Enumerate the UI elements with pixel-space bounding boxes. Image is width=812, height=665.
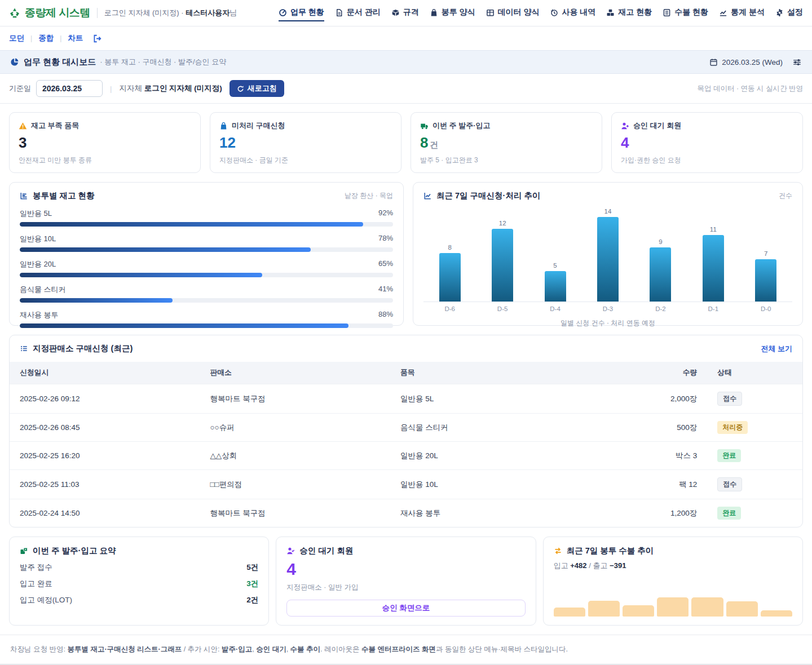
- nav-documents[interactable]: 문서 관리: [335, 5, 381, 21]
- login-info: 로그인 지자체 (미지정) · 테스터사용자님: [104, 8, 237, 18]
- bottom-row: 이번 주 발주·입고 요약 발주 접수5건 입고 완료3건 입고 예정(LOT)…: [0, 537, 812, 635]
- view-link-chart[interactable]: 차트: [68, 33, 83, 43]
- nav-bag-forms[interactable]: 봉투 양식: [430, 5, 475, 21]
- cell-store: 행복마트 북구점: [200, 384, 390, 414]
- flow-sparkline: [554, 597, 792, 617]
- box-icon: [391, 8, 400, 17]
- flow-bar: [554, 608, 585, 617]
- nav-settings[interactable]: 설정: [775, 5, 803, 21]
- kpi-value: 12: [219, 135, 392, 150]
- stock-row: 일반용 20L65%: [20, 259, 393, 277]
- card-title: 이번 주 발주·입고 요약: [33, 546, 116, 556]
- table-row[interactable]: 2025-02-25 16:20 △△상회 일반용 20L 박스 3 완료: [10, 442, 802, 470]
- kpi-unit: 건: [430, 140, 438, 149]
- trend-chart-panel: 최근 7일 구매신청·처리 추이 건수 8 12 5 14 9 11 7 D-6…: [413, 182, 803, 326]
- pie-chart-icon: [10, 57, 19, 66]
- kpi-row: 재고 부족 품목 3 안전재고 미만 봉투 종류 미처리 구매신청 12 지정판…: [0, 104, 812, 182]
- stock-bar: [20, 222, 363, 227]
- chart-line-icon: [719, 8, 727, 17]
- view-link-modern[interactable]: 모던: [9, 33, 24, 43]
- go-approval-button[interactable]: 승인 화면으로: [286, 600, 525, 617]
- header-date: 2026.03.25 (Wed): [722, 58, 783, 66]
- trend-chart: 8 12 5 14 9 11 7: [423, 205, 792, 302]
- cell-item: 일반용 10L: [390, 470, 597, 499]
- cell-date: 2025-02-26 09:12: [10, 384, 200, 414]
- kpi-label: 승인 대기 회원: [633, 121, 681, 131]
- app-title: 종량제 시스템: [25, 6, 90, 20]
- refresh-button[interactable]: 새로고침: [230, 80, 284, 97]
- nav-specs[interactable]: 규격: [391, 5, 419, 21]
- summary-row: 입고 완료3건: [20, 579, 258, 589]
- stock-chart-caption: 낱장 환산 · 목업: [345, 191, 393, 201]
- approval-caption: 지정판매소 · 일반 가입: [286, 583, 525, 592]
- dashboard-titlebar: 업무 현황 대시보드 · 봉투 재고 · 구매신청 · 발주/승인 요약 202…: [0, 50, 812, 74]
- main-nav: 업무 현황 문서 관리 규격 봉투 양식 데이터 양식 사용 내역 재고 현황: [279, 5, 803, 21]
- cell-date: 2025-02-26 08:45: [10, 414, 200, 442]
- table-row[interactable]: 2025-02-26 08:45 ○○슈퍼 음식물 스티커 500장 처리중: [10, 414, 802, 442]
- stock-chart-panel: 봉투별 재고 현황 낱장 환산 · 목업 일반용 5L92% 일반용 10L78…: [9, 182, 404, 326]
- warning-icon: [19, 122, 27, 130]
- flow-bar: [623, 605, 654, 617]
- cell-item: 재사용 봉투: [390, 499, 597, 527]
- footnote: 차장님 요청 반영: 봉투별 재고·구매신청 리스트·그래프 / 추가 시안: …: [0, 635, 812, 664]
- flow-card: 최근 7일 봉투 수불 추이 입고 +482 / 출고 −391: [543, 537, 803, 626]
- user-plus-icon: [621, 122, 629, 130]
- trend-chart-caption: 일별 신청 건수 · 처리 연동 예정: [423, 318, 792, 328]
- stock-bar: [20, 323, 348, 328]
- kpi-caption: 지정판매소 · 금일 기준: [219, 156, 392, 165]
- cell-qty: 2,000장: [596, 384, 707, 414]
- top-header: 종량제 시스템 로그인 지자체 (미지정) · 테스터사용자님 업무 현황 문서…: [0, 0, 812, 26]
- cell-qty: 1,200장: [596, 499, 707, 527]
- order-summary-card: 이번 주 발주·입고 요약 발주 접수5건 입고 완료3건 입고 예정(LOT)…: [9, 537, 269, 626]
- view-all-link[interactable]: 전체 보기: [761, 344, 792, 354]
- flow-bar: [657, 597, 689, 617]
- table-row[interactable]: 2025-02-24 14:50 행복마트 북구점 재사용 봉투 1,200장 …: [10, 499, 802, 527]
- arrows-exchange-icon: [554, 547, 562, 555]
- hbar-chart-icon: [20, 192, 28, 200]
- flow-bar: [691, 597, 723, 617]
- kpi-caption: 발주 5 · 입고완료 3: [420, 156, 593, 165]
- trend-chart-unit: 건수: [779, 191, 792, 201]
- cell-date: 2025-02-25 11:03: [10, 470, 200, 499]
- view-link-combined[interactable]: 종합: [38, 33, 54, 43]
- trend-bar: [650, 247, 671, 302]
- trend-chart-title: 최근 7일 구매신청·처리 추이: [436, 190, 540, 201]
- trend-column: 8: [423, 244, 476, 302]
- kpi-low-stock: 재고 부족 품목 3 안전재고 미만 봉투 종류: [9, 112, 201, 173]
- stock-bar: [20, 247, 311, 252]
- trend-chart-icon: [423, 192, 432, 200]
- trend-column: 5: [529, 262, 581, 302]
- stock-bar: [20, 298, 173, 303]
- stock-row: 일반용 10L78%: [20, 234, 393, 252]
- packages-icon: [20, 547, 28, 555]
- titlebar-right: 2026.03.25 (Wed): [709, 57, 802, 67]
- trend-bar: [755, 259, 776, 302]
- table-title: 지정판매소 구매신청 (최근): [33, 343, 133, 354]
- table-row[interactable]: 2025-02-25 11:03 □□편의점 일반용 10L 팩 12 접수: [10, 470, 802, 499]
- org-info: 지자체 로그인 지자체 (미지정): [119, 83, 222, 94]
- gear-icon: [775, 8, 784, 17]
- nav-receipts[interactable]: 수불 현황: [663, 5, 708, 21]
- nav-usage-history[interactable]: 사용 내역: [550, 5, 595, 21]
- approval-count: 4: [286, 561, 525, 578]
- cell-qty: 박스 3: [596, 442, 707, 470]
- kpi-value: 3: [19, 135, 191, 150]
- calendar-icon: [709, 58, 718, 66]
- trend-column: 7: [740, 250, 792, 302]
- ledger-icon: [663, 8, 671, 17]
- base-date-input[interactable]: [36, 80, 103, 97]
- kpi-pending-requests: 미처리 구매신청 12 지정판매소 · 금일 기준: [210, 112, 401, 173]
- kpi-pending-members: 승인 대기 회원 4 가입·권한 승인 요청: [611, 112, 803, 173]
- nav-data-forms[interactable]: 데이터 양식: [486, 5, 540, 21]
- cell-date: 2025-02-24 14:50: [10, 499, 200, 527]
- sliders-icon[interactable]: [792, 57, 802, 67]
- nav-inventory[interactable]: 재고 현황: [606, 5, 652, 21]
- table-row[interactable]: 2025-02-26 09:12 행복마트 북구점 일반용 5L 2,000장 …: [10, 384, 802, 414]
- logout-icon[interactable]: [92, 34, 102, 43]
- page-title: 업무 현황 대시보드: [24, 57, 96, 68]
- brand[interactable]: 종량제 시스템: [9, 6, 90, 20]
- status-badge: 완료: [717, 507, 741, 520]
- stock-row: 음식물 스티커41%: [20, 285, 393, 303]
- nav-statistics[interactable]: 통계 분석: [719, 5, 765, 21]
- nav-work-status[interactable]: 업무 현황: [279, 5, 324, 21]
